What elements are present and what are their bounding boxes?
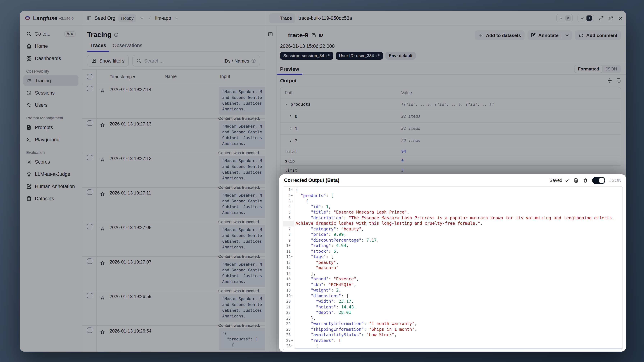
json-toggle-label: JSON xyxy=(609,178,621,183)
code-line: 6 "description": "The Essence Mascara La… xyxy=(283,215,622,221)
code-line: 7 "category": "beauty", xyxy=(283,226,622,232)
code-line-wrap: Achieve dramatic lashes with this long-l… xyxy=(283,221,622,226)
code-line: 21 "height": 14.43, xyxy=(283,304,622,310)
code-line: 9 "discountPercentage": 7.17, xyxy=(283,238,622,243)
code-line: 19 "dimensions": { xyxy=(283,293,622,299)
code-line: 20 "width": 23.17, xyxy=(283,299,622,304)
code-line: 11 "stock": 5, xyxy=(283,248,622,254)
code-line: 4 "id": 1, xyxy=(283,204,622,210)
saved-status: Saved xyxy=(550,178,569,183)
desktop-background: Langfuse v3.146.0 Go to... ⌘ K HomeDashb… xyxy=(0,0,644,362)
code-line: 17 "sku": "RCH45Q1A", xyxy=(283,282,622,288)
code-line: 23 }, xyxy=(283,316,622,321)
corrected-output-title: Corrected Output (Beta) xyxy=(284,178,340,183)
code-line: 14 "mascara" xyxy=(283,265,622,271)
delete-icon[interactable] xyxy=(583,178,588,183)
code-line: 3 { xyxy=(283,198,622,204)
code-line: 2 "products": [ xyxy=(283,193,622,198)
horizontal-scrollbar[interactable] xyxy=(294,348,622,350)
code-line: 8 "price": 9.99, xyxy=(283,232,622,238)
code-line: 5 "title": "Essence Mascara Lash Prince"… xyxy=(283,210,622,215)
code-line: 15 ], xyxy=(283,271,622,276)
code-line: 22 "depth": 28.01 xyxy=(283,310,622,316)
json-code-editor[interactable]: 1{2 "products": [3 {4 "id": 1,5 "title":… xyxy=(283,186,623,350)
check-icon xyxy=(564,178,569,183)
code-line: 18 "weight": 2, xyxy=(283,288,622,293)
code-line: 26 "availabilityStatus": "Low Stock", xyxy=(283,332,622,338)
code-line: 25 "shippingInformation": "Ships in 1 mo… xyxy=(283,326,622,332)
code-line: 27 "reviews": [ xyxy=(283,338,622,343)
code-line: 1{ xyxy=(283,187,622,193)
code-line: 12 "tags": [ xyxy=(283,254,622,260)
code-line: 13 "beauty", xyxy=(283,260,622,265)
code-line: 24 "warrantyInformation": "1 month warra… xyxy=(283,321,622,326)
diff-icon[interactable] xyxy=(573,178,578,183)
json-toggle[interactable] xyxy=(592,177,605,184)
code-line: 10 "rating": 4.94, xyxy=(283,243,622,248)
code-line: 16 "brand": "Essence", xyxy=(283,276,622,282)
corrected-output-panel: Corrected Output (Beta) Saved JSON 1{2 "… xyxy=(280,174,626,352)
app-window: Langfuse v3.146.0 Go to... ⌘ K HomeDashb… xyxy=(20,11,626,352)
